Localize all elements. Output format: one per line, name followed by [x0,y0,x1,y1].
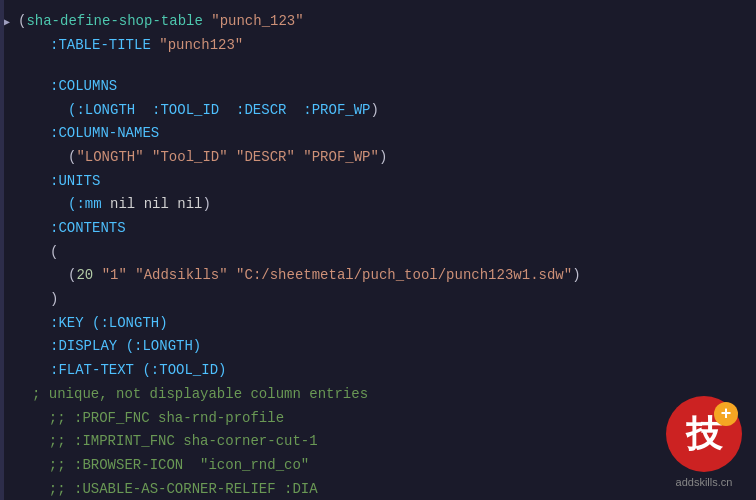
code-line: ;; :PROF_FNC sha-rnd-profile [0,407,756,431]
line-arrow [18,412,32,428]
code-token: ( [18,11,26,33]
code-line: (:mm nil nil nil) [0,193,756,217]
code-line: :UNITS [0,170,756,194]
code-line: :FLAT-TEXT (:TOOL_ID) [0,359,756,383]
line-arrow [18,80,32,96]
code-line: (:LONGTH :TOOL_ID :DESCR :PROF_WP) [0,99,756,123]
line-arrow [18,39,32,55]
code-token: "punch_123" [211,11,303,33]
left-gutter [0,0,4,500]
code-token: nil [110,194,135,216]
code-token: "C:/sheetmetal/puch_tool/punch123w1.sdw" [236,265,572,287]
code-token: (:LONGTH) [92,313,168,335]
code-line [0,57,756,75]
code-token: :COLUMN-NAMES [50,123,159,145]
code-line: ▶(sha-define-shop-table "punch_123" [0,10,756,34]
code-token: :IMPRINT_FNC [74,431,175,453]
code-token: :PROF_FNC [74,408,150,430]
code-line: ;; :USABLE-AS-CORNER-RELIEF :DIA [0,478,756,500]
code-token: :CONTENTS [50,218,126,240]
code-token: "Tool_ID" [152,147,228,169]
line-arrow [18,340,32,356]
svg-text:+: + [721,403,732,423]
code-token [84,313,92,335]
code-token: "DESCR" [236,147,295,169]
code-token: ;; [32,479,74,500]
code-line: :KEY (:LONGTH) [0,312,756,336]
code-token: ) [202,194,210,216]
code-token: "Addsiklls" [135,265,227,287]
code-token: :COLUMNS [50,76,117,98]
code-line: ;; :BROWSER-ICON "icon_rnd_co" [0,454,756,478]
line-arrow [18,198,32,214]
code-token [228,147,236,169]
code-token [93,265,101,287]
code-line: :COLUMN-NAMES [0,122,756,146]
code-token: :DIA [276,479,318,500]
code-token: ) [50,289,58,311]
code-token [135,100,152,122]
code-line: :CONTENTS [0,217,756,241]
code-token: :DESCR [236,100,286,122]
code-token: :UNITS [50,171,100,193]
code-token [295,147,303,169]
code-token: nil [144,194,169,216]
line-arrow [18,483,32,499]
code-line: ("LONGTH" "Tool_ID" "DESCR" "PROF_WP") [0,146,756,170]
line-arrow [18,269,32,285]
line-arrow [18,364,32,380]
line-arrow [18,293,32,309]
code-token: ( [50,242,58,264]
code-token: sha-define-shop-table [26,11,202,33]
code-token: :FLAT-TEXT [50,360,134,382]
code-token [228,265,236,287]
code-line: ; unique, not displayable column entries [0,383,756,407]
code-token [183,455,200,477]
code-token: (:TOOL_ID) [142,360,226,382]
code-token: "1" [102,265,127,287]
line-arrow [18,127,32,143]
line-arrow [18,222,32,238]
code-token: sha-rnd-profile [150,408,284,430]
code-token: 20 [76,265,93,287]
code-token [144,147,152,169]
code-token: ( [68,147,76,169]
line-arrow [18,459,32,475]
code-token [286,100,303,122]
code-token: (:mm [68,194,102,216]
line-arrow [18,388,32,404]
code-line: (20 "1" "Addsiklls" "C:/sheetmetal/puch_… [0,264,756,288]
code-line: :COLUMNS [0,75,756,99]
code-token: ;; [32,408,74,430]
code-token: ) [371,100,379,122]
code-token [127,265,135,287]
code-line: :DISPLAY (:LONGTH) [0,335,756,359]
code-token: sha-corner-cut-1 [175,431,318,453]
code-token: nil [177,194,202,216]
code-token: ;; [32,431,74,453]
line-arrow [18,317,32,333]
line-arrow [18,151,32,167]
code-token: :DISPLAY [50,336,117,358]
line-arrow [18,435,32,451]
code-line: ) [0,288,756,312]
code-line: :TABLE-TITLE "punch123" [0,34,756,58]
watermark-text: addskills.cn [676,476,733,488]
code-line: ;; :IMPRINT_FNC sha-corner-cut-1 [0,430,756,454]
code-token [102,194,110,216]
code-token: "LONGTH" [76,147,143,169]
code-token [151,35,159,57]
code-token: (:LONGTH [68,100,135,122]
line-arrow [18,175,32,191]
code-token: :TABLE-TITLE [50,35,151,57]
watermark: 技 + addskills.cn [664,394,744,488]
code-line: ( [0,241,756,265]
code-token: "PROF_WP" [303,147,379,169]
code-token: :KEY [50,313,84,335]
line-arrow [18,58,32,74]
line-arrow [18,104,32,120]
code-token: ;; [32,455,74,477]
code-token [135,194,143,216]
code-token: ) [379,147,387,169]
code-token [203,11,211,33]
